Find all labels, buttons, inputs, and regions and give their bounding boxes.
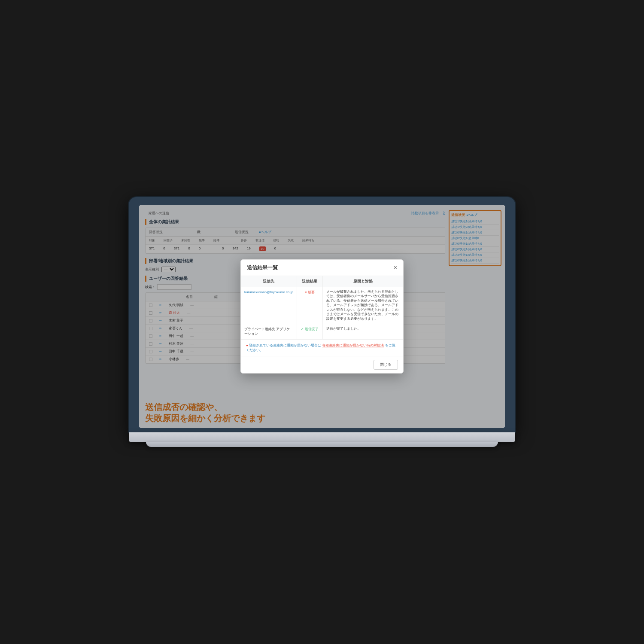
row1-status-badge: × 破要 [305, 290, 315, 294]
row1-result: × 破要 [297, 287, 322, 324]
modal-header: 送信結果一覧 × [241, 260, 403, 276]
laptop-foot [146, 442, 498, 447]
modal-dialog: 送信結果一覧 × 送信先 送信結果 原因と対処 [240, 259, 404, 374]
modal-footer-info: ● 登録されている連絡先に通知が届かない場合は 各種連絡先に通知が届かない時の対… [241, 339, 403, 356]
laptop-screen: 家屋への送信 比較項目を非表示 設問項目を非表示 一覧を非表示 全体の集計結果 … [139, 205, 505, 428]
modal-overlay: 送信結果一覧 × 送信先 送信結果 原因と対処 [139, 205, 505, 428]
screen-bezel: 家屋への送信 比較項目を非表示 設問項目を非表示 一覧を非表示 全体の集計結果 … [129, 197, 515, 432]
modal-table-header-row: 送信先 送信結果 原因と対処 [241, 276, 403, 287]
laptop-container: 家屋への送信 比較項目を非表示 設問項目を非表示 一覧を非表示 全体の集計結果 … [129, 197, 515, 447]
modal-footer-buttons: 閉じる [241, 356, 403, 373]
row2-to: プライベート連絡先 アプリケーション [241, 324, 297, 339]
screen-content: 家屋への送信 比較項目を非表示 設問項目を非表示 一覧を非表示 全体の集計結果 … [139, 205, 505, 428]
close-modal-button[interactable]: 閉じる [374, 360, 398, 370]
row1-reason: メールが破棄されました。考えられる理由としては、受信者側のメールサーバから受信拒… [322, 287, 403, 324]
laptop-base [129, 432, 515, 442]
footer-help-link[interactable]: 各種連絡先に通知が届かない時の対処法 [322, 343, 384, 347]
row2-reason: 送信が完了しました。 [322, 324, 403, 339]
col-result-header: 送信結果 [297, 276, 322, 287]
row1-to: kurumi.kusano@toyokumo.co.jp [241, 287, 297, 324]
col-to-header: 送信先 [241, 276, 297, 287]
row2-result: ✓ 送信完了 [297, 324, 322, 339]
modal-title: 送信結果一覧 [247, 264, 278, 271]
modal-close-button[interactable]: × [394, 264, 397, 270]
col-reason-header: 原因と対処 [322, 276, 403, 287]
modal-table: 送信先 送信結果 原因と対処 kurumi.kusano@toyokumo.co… [241, 276, 403, 340]
modal-table-row-2: プライベート連絡先 アプリケーション ✓ 送信完了 送信が完了しました。 [241, 324, 403, 339]
row2-status-badge: ✓ 送信完了 [301, 327, 319, 331]
modal-body: 送信先 送信結果 原因と対処 kurumi.kusano@toyokumo.co… [241, 276, 403, 340]
modal-table-row-1: kurumi.kusano@toyokumo.co.jp × 破要 メールが破棄… [241, 287, 403, 324]
